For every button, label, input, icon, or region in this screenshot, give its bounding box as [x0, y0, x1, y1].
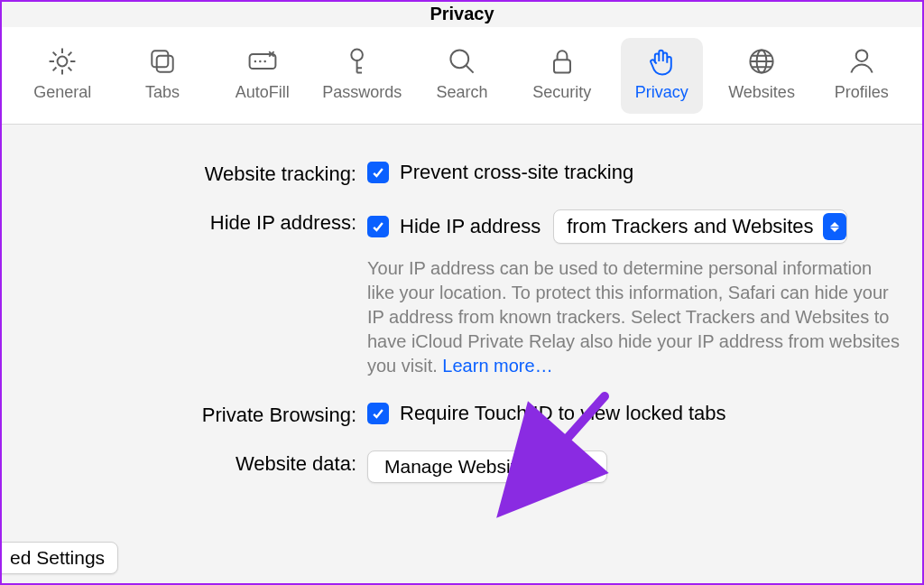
svg-point-12 — [855, 50, 867, 61]
tab-privacy[interactable]: Privacy — [621, 38, 703, 114]
label-website-data: Website data: — [2, 450, 367, 476]
tab-profiles[interactable]: Profiles — [820, 38, 902, 114]
tabs-icon — [144, 43, 180, 79]
checkbox-hide-ip[interactable]: Hide IP address — [367, 215, 541, 238]
tab-label: Profiles — [835, 83, 889, 102]
svg-point-6 — [263, 60, 266, 63]
svg-rect-9 — [554, 60, 570, 72]
svg-rect-1 — [152, 51, 168, 67]
hide-ip-description: Your IP address can be used to determine… — [367, 256, 900, 378]
row-private-browsing: Private Browsing: Require Touch ID to vi… — [2, 402, 922, 427]
row-hide-ip: Hide IP address: Hide IP address from Tr… — [2, 209, 922, 378]
advanced-settings-button-cropped[interactable]: ed Settings — [0, 542, 118, 574]
tab-label: Passwords — [322, 83, 402, 102]
label-hide-ip: Hide IP address: — [2, 209, 367, 235]
tab-label: Search — [437, 83, 488, 102]
lock-icon — [544, 43, 580, 79]
popup-value: from Trackers and Websites — [567, 215, 813, 238]
label-website-tracking: Website tracking: — [2, 161, 367, 186]
checkbox-prevent-cross-site-tracking[interactable]: Prevent cross-site tracking — [367, 161, 633, 184]
svg-point-0 — [58, 57, 68, 67]
checkbox-label: Prevent cross-site tracking — [400, 161, 633, 184]
tab-autofill[interactable]: AutoFill — [221, 38, 303, 114]
preferences-toolbar: General Tabs AutoFill — [2, 27, 922, 125]
popup-hide-ip-scope[interactable]: from Trackers and Websites — [553, 209, 846, 244]
tab-label: General — [33, 83, 91, 102]
svg-point-7 — [352, 50, 364, 61]
svg-rect-2 — [157, 56, 173, 72]
privacy-settings-pane: Website tracking: Prevent cross-site tra… — [2, 125, 922, 583]
tab-security[interactable]: Security — [521, 38, 603, 114]
window-title: Privacy — [2, 4, 922, 24]
tab-label: Tabs — [145, 83, 180, 102]
svg-point-8 — [450, 50, 468, 68]
hand-icon — [643, 43, 679, 79]
manage-website-data-button[interactable]: Manage Website Data… — [367, 450, 607, 483]
svg-rect-3 — [249, 54, 275, 69]
key-icon — [344, 43, 380, 79]
tab-passwords[interactable]: Passwords — [321, 38, 403, 114]
checkbox-icon — [367, 403, 389, 424]
checkbox-label: Require Touch ID to view locked tabs — [400, 402, 726, 425]
checkbox-icon — [367, 162, 389, 183]
learn-more-link[interactable]: Learn more… — [442, 356, 552, 376]
tab-general[interactable]: General — [22, 38, 104, 114]
checkbox-require-touchid[interactable]: Require Touch ID to view locked tabs — [367, 402, 726, 425]
tab-label: AutoFill — [236, 83, 290, 102]
person-icon — [844, 43, 880, 79]
checkbox-icon — [367, 216, 389, 237]
tab-label: Privacy — [635, 83, 688, 102]
row-website-tracking: Website tracking: Prevent cross-site tra… — [2, 161, 922, 186]
svg-point-5 — [259, 60, 262, 63]
updown-icon — [823, 213, 846, 240]
tab-label: Security — [532, 83, 591, 102]
row-website-data: Website data: Manage Website Data… — [2, 450, 922, 483]
gear-icon — [44, 43, 80, 79]
svg-point-4 — [254, 60, 256, 63]
tab-label: Websites — [728, 83, 795, 102]
checkbox-label: Hide IP address — [400, 215, 541, 238]
tab-tabs[interactable]: Tabs — [122, 38, 204, 114]
autofill-icon — [245, 43, 281, 79]
label-private-browsing: Private Browsing: — [2, 402, 367, 427]
tab-websites[interactable]: Websites — [721, 38, 803, 114]
globe-icon — [744, 43, 780, 79]
search-icon — [444, 43, 480, 79]
tab-search[interactable]: Search — [421, 38, 504, 114]
